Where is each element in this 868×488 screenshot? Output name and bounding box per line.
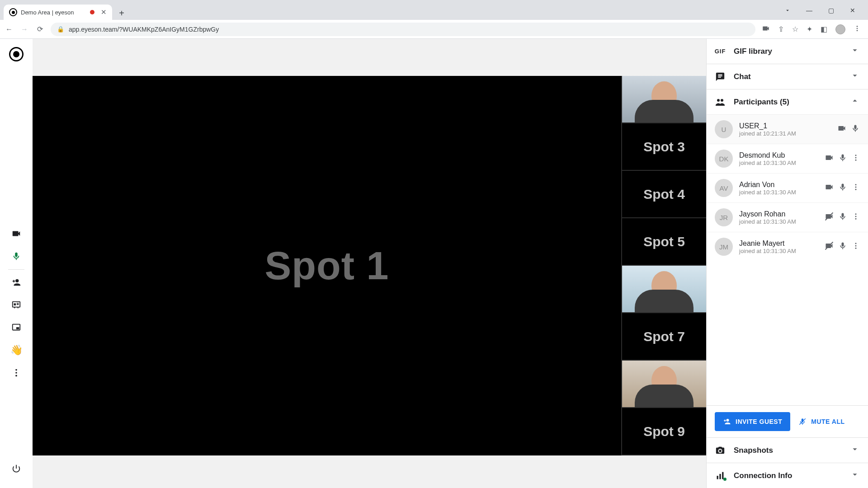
chevron-up-icon	[850, 96, 860, 108]
close-tab-icon[interactable]: ✕	[101, 8, 107, 16]
participant-more-icon[interactable]	[852, 242, 860, 252]
participant-mic-icon[interactable]	[838, 153, 847, 164]
people-icon	[715, 97, 726, 108]
bookmark-icon[interactable]: ☆	[792, 25, 798, 33]
spot-label: Spot 4	[643, 187, 685, 202]
empty-spot[interactable]: Spot 5	[621, 218, 706, 266]
address-bar[interactable]: 🔒 app.eyeson.team/?WUAKMKpZ6AnIGyM1GZrbp…	[51, 23, 755, 36]
browser-tab[interactable]: Demo Area | eyeson ✕	[4, 5, 112, 20]
gif-library-section[interactable]: GIF GIF library	[707, 39, 868, 64]
camera-icon	[715, 446, 726, 455]
participant-mic-icon[interactable]	[838, 241, 847, 252]
participant-name: Desmond Kub	[739, 151, 796, 160]
participant-camera-icon[interactable]	[825, 153, 834, 164]
video-thumbnail[interactable]	[621, 361, 706, 408]
empty-spot[interactable]: Spot 9	[621, 408, 706, 455]
participant-avatar: U	[715, 120, 733, 138]
participant-row: UUSER_1joined at 10:21:31 AM	[707, 114, 868, 144]
tab-search-icon[interactable]	[778, 4, 797, 17]
participant-name: Jeanie Mayert	[739, 239, 796, 248]
right-sidebar: GIF GIF library Chat Participants (5)	[706, 39, 868, 488]
participant-mic-icon[interactable]	[838, 183, 847, 193]
stage-area: Spot 1 Spot 3Spot 4Spot 5Spot 7Spot 9	[33, 39, 706, 488]
mute-all-label: MUTE ALL	[811, 418, 844, 425]
participant-row: JRJayson Rohanjoined at 10:31:30 AM	[707, 202, 868, 232]
participant-more-icon[interactable]	[852, 212, 860, 222]
participant-name: Jayson Rohan	[739, 210, 796, 218]
participant-avatar: AV	[715, 179, 733, 197]
empty-spot[interactable]: Spot 7	[621, 313, 706, 361]
participant-mic-icon[interactable]	[851, 124, 860, 135]
snapshots-section[interactable]: Snapshots	[707, 438, 868, 463]
spot-label: Spot 5	[643, 234, 685, 249]
snapshots-label: Snapshots	[734, 446, 773, 455]
share-icon[interactable]: ⇪	[778, 25, 784, 33]
chevron-down-icon	[850, 469, 860, 482]
participant-more-icon[interactable]	[852, 183, 860, 193]
toggle-microphone-button[interactable]	[7, 247, 26, 266]
profile-avatar[interactable]	[835, 24, 845, 34]
participant-camera-icon[interactable]	[837, 124, 846, 135]
participant-avatar: JR	[715, 208, 733, 226]
participant-row: JMJeanie Mayertjoined at 10:31:30 AM	[707, 232, 868, 261]
participant-join-time: joined at 10:31:30 AM	[739, 248, 796, 254]
eyeson-logo	[9, 47, 24, 61]
browser-menu-icon[interactable]	[854, 25, 861, 34]
participant-avatar: JM	[715, 238, 733, 256]
app-left-rail: 👋	[0, 39, 33, 488]
main-video-slot[interactable]: Spot 1	[33, 76, 621, 455]
chevron-down-icon	[850, 70, 860, 83]
chat-icon	[715, 72, 726, 82]
window-close-button[interactable]: ✕	[843, 4, 863, 17]
nav-forward-button[interactable]: →	[20, 25, 29, 34]
participants-section: Participants (5) UUSER_1joined at 10:21:…	[707, 89, 868, 438]
participants-header[interactable]: Participants (5)	[707, 89, 868, 114]
empty-spot[interactable]: Spot 3	[621, 123, 706, 171]
window-maximize-button[interactable]: ▢	[821, 4, 841, 17]
leave-call-button[interactable]	[7, 459, 26, 478]
participant-join-time: joined at 10:31:30 AM	[739, 189, 796, 196]
more-options-button[interactable]	[7, 363, 26, 382]
media-indicator-icon[interactable]	[762, 24, 770, 34]
browser-tabstrip: Demo Area | eyeson ✕ + — ▢ ✕	[0, 0, 868, 20]
pip-button[interactable]	[7, 318, 26, 337]
recording-indicator-icon	[90, 10, 94, 14]
extensions-icon[interactable]: ✦	[807, 25, 812, 33]
empty-spot[interactable]: Spot 4	[621, 171, 706, 218]
participant-camera-icon[interactable]	[825, 183, 834, 193]
participant-name: Adrian Von	[739, 181, 796, 189]
gif-library-label: GIF library	[734, 47, 772, 56]
sidepanel-icon[interactable]: ◧	[821, 25, 827, 33]
invite-guest-button[interactable]: INVITE GUEST	[715, 412, 790, 431]
window-minimize-button[interactable]: —	[799, 4, 819, 17]
add-participant-button[interactable]	[7, 273, 26, 292]
present-button[interactable]	[7, 296, 26, 314]
nav-back-button[interactable]: ←	[5, 25, 14, 34]
tab-favicon	[9, 8, 17, 16]
participant-join-time: joined at 10:31:30 AM	[739, 218, 796, 225]
invite-guest-label: INVITE GUEST	[736, 418, 782, 425]
participant-mic-icon[interactable]	[838, 212, 847, 223]
connection-info-section[interactable]: Connection Info	[707, 463, 868, 488]
participant-avatar: DK	[715, 150, 733, 168]
video-thumbnail[interactable]	[621, 76, 706, 123]
nav-reload-button[interactable]: ⟳	[35, 25, 44, 34]
toggle-camera-button[interactable]	[7, 224, 26, 243]
participant-name: USER_1	[739, 122, 796, 130]
spot-label: Spot 7	[643, 329, 685, 344]
chat-label: Chat	[734, 72, 751, 81]
participant-join-time: joined at 10:21:31 AM	[739, 130, 796, 137]
url-text: app.eyeson.team/?WUAKMKpZ6AnIGyM1GZrbpwG…	[69, 26, 219, 33]
participant-more-icon[interactable]	[852, 154, 860, 164]
reactions-button[interactable]: 👋	[7, 341, 26, 360]
chat-section[interactable]: Chat	[707, 64, 868, 89]
new-tab-button[interactable]: +	[115, 6, 128, 20]
participant-row: DKDesmond Kubjoined at 10:31:30 AM	[707, 144, 868, 173]
participant-camera-icon[interactable]	[825, 212, 834, 223]
video-thumbnail[interactable]	[621, 266, 706, 313]
main-spot-label: Spot 1	[265, 243, 389, 289]
participant-camera-icon[interactable]	[825, 241, 834, 252]
spot-label: Spot 3	[643, 139, 685, 155]
tab-title: Demo Area | eyeson	[21, 9, 74, 16]
mute-all-button[interactable]: MUTE ALL	[798, 418, 844, 426]
